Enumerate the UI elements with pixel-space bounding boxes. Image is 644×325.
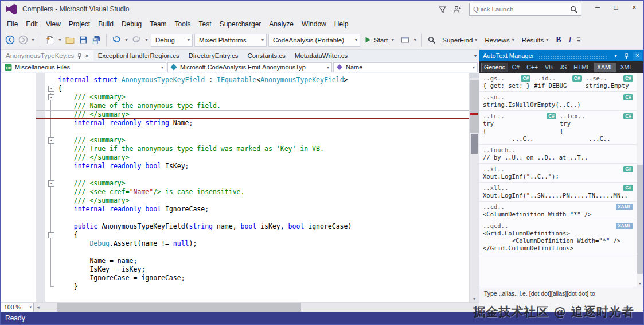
code-line-9[interactable]: /// True if the anonymous type field was… xyxy=(36,145,469,153)
code-line-25[interactable]: } xyxy=(36,283,469,291)
panel-close-icon[interactable]: × xyxy=(633,52,642,60)
snippet-cell[interactable]: ..cd..XAML<ColumnDefinition Width="*" /> xyxy=(483,203,637,218)
code-line-20[interactable]: Debug.Assert(name != null); xyxy=(36,239,469,248)
start-dropdown-icon[interactable]: ▾ xyxy=(390,37,395,42)
code-line-1[interactable]: internal struct AnonymousTypeKeyField : … xyxy=(36,76,469,84)
horizontal-scrollbar-thumb[interactable] xyxy=(57,303,301,312)
superfind-combo[interactable]: SuperFind ▾ xyxy=(439,37,480,44)
open-folder-icon[interactable] xyxy=(64,34,76,46)
member-dropdown[interactable]: Name ▾ xyxy=(333,62,478,72)
code-line-16[interactable]: internal readonly bool IgnoreCase; xyxy=(36,205,469,214)
horizontal-scrollbar[interactable] xyxy=(42,303,470,312)
navigate-back-icon[interactable] xyxy=(4,34,15,46)
code-line-24[interactable]: IgnoreCase = ignoreCase; xyxy=(36,274,469,283)
minimize-button[interactable]: ─ xyxy=(588,1,607,14)
code-line-7[interactable] xyxy=(36,127,469,136)
start-debugging-button[interactable]: Start ▾ xyxy=(362,36,397,44)
drag-grip[interactable] xyxy=(538,53,607,59)
project-dropdown[interactable]: C# Miscellaneous Files ▾ xyxy=(2,62,166,72)
panel-header[interactable]: AutoText Manager ▾ × xyxy=(479,50,643,61)
snippet-row[interactable]: ..xl..C#Xout.LogInf("..C.."); xyxy=(479,164,637,183)
panel-tab-c++[interactable]: C++ xyxy=(524,63,541,72)
menu-tools[interactable]: Tools xyxy=(171,19,195,29)
menu-debug[interactable]: Debug xyxy=(118,19,146,29)
panel-tab-generic[interactable]: Generic xyxy=(481,63,508,72)
snippet-row[interactable]: ..gcd..XAML<Grid.ColumnDefinitions> <Col… xyxy=(479,220,637,254)
splitter-handle[interactable] xyxy=(470,73,479,78)
snippet-cell[interactable]: ..se..C#string.Empty xyxy=(586,74,637,90)
zoom-level-combo[interactable]: 100 % ▾ xyxy=(1,303,34,312)
vertical-scrollbar[interactable]: ▾ xyxy=(469,73,479,302)
redo-icon[interactable] xyxy=(131,34,142,46)
code-line-4[interactable]: /// Name of the anonymous type field. xyxy=(36,102,469,110)
tab-Constants.cs[interactable]: Constants.cs xyxy=(243,50,290,61)
panel-tab-vb[interactable]: VB xyxy=(542,63,556,72)
scroll-down-icon[interactable]: ▾ xyxy=(470,296,479,301)
snippet-row[interactable]: ..touch..// by ..U.. on ..D.. at ..T.. xyxy=(479,145,637,164)
save-icon[interactable] xyxy=(77,34,89,46)
code-line-2[interactable]: -{ xyxy=(36,84,469,93)
panel-tab-c#[interactable]: C# xyxy=(509,63,522,72)
code-line-23[interactable]: IsKey = isKey; xyxy=(36,265,469,274)
panel-scroll-down-icon[interactable]: ▾ xyxy=(637,281,643,286)
menu-file[interactable]: File xyxy=(3,19,22,29)
italic-icon[interactable]: I xyxy=(566,36,575,45)
type-dropdown[interactable]: Microsoft.CodeAnalysis.Emit.AnonymousTyp… xyxy=(167,62,332,72)
code-line-11[interactable]: internal readonly bool IsKey; xyxy=(36,162,469,171)
scroll-left-icon[interactable]: ◂ xyxy=(34,304,42,310)
window-position-icon[interactable]: ▾ xyxy=(611,52,620,60)
code-line-14[interactable]: /// <see cref="Name"/> is case insensiti… xyxy=(36,188,469,196)
snippet-row[interactable]: ..cd..XAML<ColumnDefinition Width="*" /> xyxy=(479,202,637,220)
feedback-icon[interactable] xyxy=(436,6,448,13)
code-line-22[interactable]: Name = name; xyxy=(36,257,469,265)
snippet-cell[interactable]: ..id..C##if DEBUG xyxy=(534,74,585,90)
snippet-row[interactable]: ..xll..C#Xout.LogInf("..SN.....PN.....TN… xyxy=(479,183,637,202)
snippet-cell[interactable]: ..sn..C#string.IsNullOrEmpty(..C..) xyxy=(483,93,637,109)
snippet-cell[interactable]: ..gcd..XAML<Grid.ColumnDefinitions> <Col… xyxy=(483,222,637,252)
panel-tab-js[interactable]: JS xyxy=(557,63,569,72)
menu-analyze[interactable]: Analyze xyxy=(265,19,298,29)
menu-test[interactable]: Test xyxy=(195,19,216,29)
startup-projects-combo[interactable]: CodeAnalysis (Portable) ▾ xyxy=(268,34,360,47)
undo-history-icon[interactable]: ▾ xyxy=(124,37,129,42)
menu-edit[interactable]: Edit xyxy=(22,19,42,29)
code-line-8[interactable]: - /// <summary> xyxy=(36,136,469,145)
close-button[interactable]: × xyxy=(625,1,643,14)
code-line-3[interactable]: - /// <summary> xyxy=(36,93,469,102)
superfind-icon[interactable] xyxy=(426,34,438,46)
panel-tab-html[interactable]: HTML xyxy=(571,63,593,72)
toolbar-options-icon[interactable]: ▾▾ xyxy=(577,37,580,43)
code-line-6[interactable]: internal readonly string Name; xyxy=(36,119,469,127)
code-line-21[interactable] xyxy=(36,248,469,257)
snippet-cell[interactable]: ..tcx..C#try{ ...C.. xyxy=(560,112,637,142)
menu-window[interactable]: Window xyxy=(298,19,330,29)
redo-history-icon[interactable]: ▾ xyxy=(144,37,149,42)
fold-collapse-icon[interactable]: - xyxy=(48,86,54,92)
snippet-cell[interactable]: ..touch..// by ..U.. on ..D.. at ..T.. xyxy=(483,146,637,161)
tab-ExceptionHandlerRegion.cs[interactable]: ExceptionHandlerRegion.cs xyxy=(93,50,184,61)
code-line-5[interactable]: /// </summary> xyxy=(36,110,469,119)
solution-platforms-combo[interactable]: Mixed Platforms ▾ xyxy=(194,34,267,47)
reviews-combo[interactable]: Reviews ▾ xyxy=(482,37,517,44)
attach-icon[interactable] xyxy=(399,34,411,46)
panel-scrollbar[interactable]: ▾ xyxy=(637,73,643,287)
tab-DirectoryEntry.cs[interactable]: DirectoryEntry.cs xyxy=(184,50,243,61)
solution-configurations-combo[interactable]: Debug ▾ xyxy=(151,34,193,47)
undo-icon[interactable] xyxy=(111,34,122,46)
menu-supercharger[interactable]: Supercharger xyxy=(216,19,266,29)
attach-dropdown-icon[interactable]: ▾ xyxy=(412,37,417,42)
snippet-cell[interactable]: ..xll..C#Xout.LogInf("..SN.....PN.....TN… xyxy=(483,184,637,199)
navigate-forward-icon[interactable] xyxy=(17,34,29,46)
bold-icon[interactable]: B xyxy=(553,36,564,45)
menu-project[interactable]: Project xyxy=(65,19,94,29)
save-all-icon[interactable] xyxy=(91,34,102,46)
code-line-19[interactable]: - { xyxy=(36,231,469,239)
code-line-13[interactable]: - /// <summary> xyxy=(36,179,469,188)
snippet-row[interactable]: ..gs..C#{ get; set; }..id..C##if DEBUG..… xyxy=(479,73,637,92)
results-combo[interactable]: Results ▾ xyxy=(519,37,551,44)
navigation-history-icon[interactable]: ▾ xyxy=(30,37,36,42)
snippet-cell[interactable]: ..xl..C#Xout.LogInf("..C.."); xyxy=(483,165,637,180)
tab-list-icon[interactable]: ▾ xyxy=(474,53,477,59)
tab-MetadataWriter.cs[interactable]: MetadataWriter.cs xyxy=(290,50,352,61)
quick-launch-box[interactable]: Quick Launch xyxy=(469,3,581,16)
